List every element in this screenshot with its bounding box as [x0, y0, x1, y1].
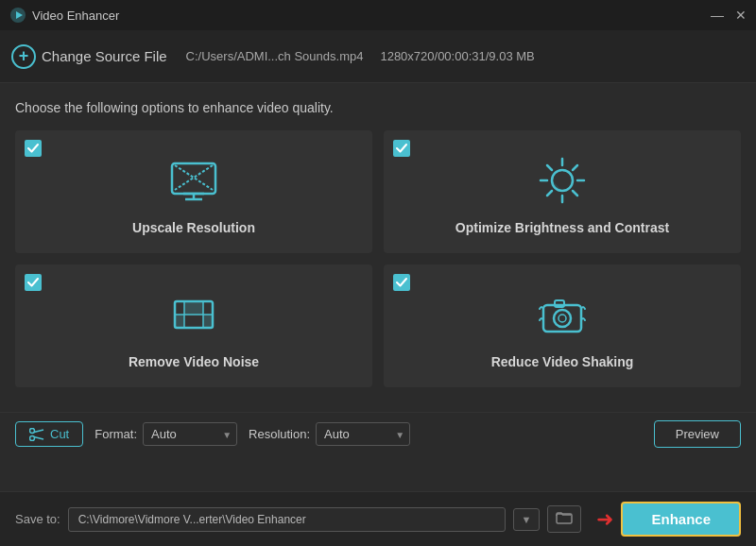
enhance-button[interactable]: Enhance [621, 502, 741, 537]
instructions-text: Choose the following options to enhance … [15, 100, 741, 115]
plus-icon: + [11, 44, 36, 69]
svg-point-20 [30, 435, 35, 440]
title-bar: Video Enhancer — ✕ [0, 0, 756, 30]
title-bar-controls: — ✕ [711, 9, 747, 22]
checkbox-brightness[interactable] [393, 140, 410, 157]
scissors-icon [29, 428, 44, 441]
svg-line-22 [34, 436, 43, 439]
option-card-brightness: Optimize Brightness and Contrast [384, 130, 741, 253]
resolution-select[interactable]: Auto 1280x720 1920x1080 3840x2160 [316, 422, 410, 446]
upscale-icon [163, 150, 224, 211]
source-meta: 1280x720/00:00:31/9.03 MB [380, 49, 534, 63]
source-bar: + Change Source File C:/Users/ADMI...ch … [0, 30, 756, 83]
format-select-wrapper: Auto MP4 MKV AVI MOV [143, 422, 237, 446]
denoise-icon [163, 284, 224, 345]
svg-point-19 [30, 428, 35, 433]
stabilize-label: Reduce Video Shaking [491, 354, 634, 369]
brightness-icon [532, 150, 593, 211]
save-to-label: Save to: [15, 512, 60, 526]
option-card-denoise: Remove Video Noise [15, 264, 372, 387]
folder-icon [556, 511, 573, 524]
denoise-label: Remove Video Noise [129, 354, 259, 369]
title-bar-left: Video Enhancer [9, 7, 119, 24]
svg-rect-14 [203, 315, 213, 328]
resolution-label: Resolution: [249, 427, 310, 441]
app-title: Video Enhancer [32, 9, 119, 23]
cut-label: Cut [50, 427, 69, 441]
svg-point-16 [554, 310, 571, 327]
change-source-button[interactable]: + Change Source File [11, 44, 167, 69]
format-label: Format: [94, 427, 137, 441]
cut-button[interactable]: Cut [15, 421, 83, 447]
svg-rect-13 [175, 315, 184, 328]
checkbox-denoise[interactable] [25, 274, 42, 291]
save-bar: Save to: C:\Vidmore\Vidmore V...erter\Vi… [0, 491, 756, 546]
svg-point-17 [558, 315, 566, 322]
close-button[interactable]: ✕ [735, 9, 747, 22]
options-grid: Upscale Resolution [15, 130, 741, 387]
app-icon [9, 7, 26, 24]
upscale-label: Upscale Resolution [132, 220, 255, 235]
option-card-upscale: Upscale Resolution [15, 130, 372, 253]
format-select[interactable]: Auto MP4 MKV AVI MOV [143, 422, 237, 446]
stabilize-icon [532, 284, 593, 345]
bottom-toolbar: Cut Format: Auto MP4 MKV AVI MOV Resolut… [0, 412, 756, 455]
save-folder-button[interactable] [547, 505, 581, 533]
svg-rect-12 [184, 301, 203, 315]
format-group: Format: Auto MP4 MKV AVI MOV [94, 422, 237, 446]
source-path: C:/Users/ADMI...ch Sounds.mp4 [186, 49, 364, 63]
checkbox-stabilize[interactable] [393, 274, 410, 291]
resolution-select-wrapper: Auto 1280x720 1920x1080 3840x2160 [316, 422, 410, 446]
save-path: C:\Vidmore\Vidmore V...erter\Video Enhan… [68, 507, 506, 532]
checkbox-upscale[interactable] [25, 140, 42, 157]
minimize-button[interactable]: — [711, 9, 724, 22]
main-content: Choose the following options to enhance … [0, 83, 756, 412]
arrow-icon: ➜ [596, 507, 613, 532]
svg-line-21 [34, 430, 43, 433]
change-source-label: Change Source File [42, 48, 167, 64]
option-card-stabilize: Reduce Video Shaking [384, 264, 741, 387]
source-info: C:/Users/ADMI...ch Sounds.mp4 1280x720/0… [186, 49, 535, 63]
resolution-group: Resolution: Auto 1280x720 1920x1080 3840… [249, 422, 410, 446]
preview-button[interactable]: Preview [654, 420, 741, 448]
save-dropdown-button[interactable]: ▼ [513, 508, 541, 531]
brightness-label: Optimize Brightness and Contrast [455, 220, 669, 235]
svg-rect-2 [172, 163, 215, 194]
